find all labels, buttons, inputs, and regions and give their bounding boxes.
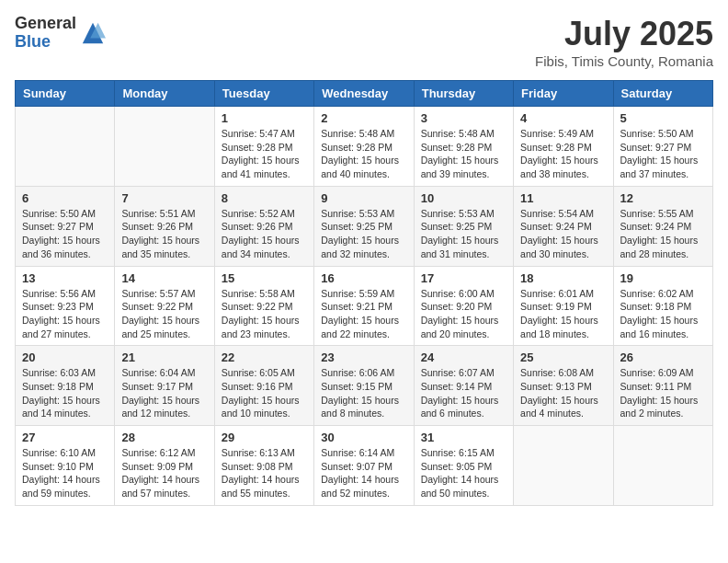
day-number: 19 [620,271,706,285]
cell-info: Sunrise: 6:09 AM Sunset: 9:11 PM Dayligh… [620,366,706,420]
cell-info: Sunrise: 6:04 AM Sunset: 9:17 PM Dayligh… [121,366,207,420]
day-number: 24 [421,350,506,364]
cell-info: Sunrise: 5:47 AM Sunset: 9:28 PM Dayligh… [222,127,307,181]
calendar-week-row: 13Sunrise: 5:56 AM Sunset: 9:23 PM Dayli… [16,266,713,346]
calendar-cell: 24Sunrise: 6:07 AM Sunset: 9:14 PM Dayli… [414,346,513,426]
day-number: 6 [22,191,108,205]
day-number: 13 [22,271,108,285]
weekday-header: Saturday [613,81,712,107]
calendar-cell: 28Sunrise: 6:12 AM Sunset: 9:09 PM Dayli… [115,426,214,506]
calendar-cell: 25Sunrise: 6:08 AM Sunset: 9:13 PM Dayli… [514,346,613,426]
calendar-cell: 23Sunrise: 6:06 AM Sunset: 9:15 PM Dayli… [314,346,414,426]
calendar-week-row: 1Sunrise: 5:47 AM Sunset: 9:28 PM Daylig… [16,107,713,187]
cell-info: Sunrise: 5:51 AM Sunset: 9:26 PM Dayligh… [121,207,207,261]
calendar-cell: 5Sunrise: 5:50 AM Sunset: 9:27 PM Daylig… [613,107,712,187]
day-number: 15 [222,271,307,285]
calendar-cell: 3Sunrise: 5:48 AM Sunset: 9:28 PM Daylig… [414,107,513,187]
weekday-header: Wednesday [314,81,414,107]
calendar-cell: 12Sunrise: 5:55 AM Sunset: 9:24 PM Dayli… [613,186,712,266]
day-number: 29 [222,431,307,444]
day-number: 2 [321,111,406,125]
cell-info: Sunrise: 5:54 AM Sunset: 9:24 PM Dayligh… [520,207,606,261]
cell-info: Sunrise: 5:49 AM Sunset: 9:28 PM Dayligh… [520,127,606,181]
logo: General Blue [15,15,106,52]
cell-info: Sunrise: 5:53 AM Sunset: 9:25 PM Dayligh… [421,207,506,261]
cell-info: Sunrise: 5:58 AM Sunset: 9:22 PM Dayligh… [222,287,307,341]
day-number: 21 [121,350,207,364]
cell-info: Sunrise: 5:57 AM Sunset: 9:22 PM Dayligh… [121,287,207,341]
day-number: 26 [620,350,706,364]
weekday-header: Monday [115,81,214,107]
day-number: 27 [22,431,108,444]
day-number: 31 [421,431,506,444]
cell-info: Sunrise: 5:59 AM Sunset: 9:21 PM Dayligh… [321,287,406,341]
cell-info: Sunrise: 5:50 AM Sunset: 9:27 PM Dayligh… [620,127,706,181]
calendar-week-row: 27Sunrise: 6:10 AM Sunset: 9:10 PM Dayli… [16,426,713,506]
calendar-cell: 21Sunrise: 6:04 AM Sunset: 9:17 PM Dayli… [115,346,214,426]
cell-info: Sunrise: 6:14 AM Sunset: 9:07 PM Dayligh… [321,446,406,500]
calendar-cell: 17Sunrise: 6:00 AM Sunset: 9:20 PM Dayli… [414,266,513,346]
calendar-cell: 29Sunrise: 6:13 AM Sunset: 9:08 PM Dayli… [214,426,313,506]
calendar-cell: 30Sunrise: 6:14 AM Sunset: 9:07 PM Dayli… [314,426,414,506]
day-number: 18 [520,271,606,285]
cell-info: Sunrise: 6:00 AM Sunset: 9:20 PM Dayligh… [421,287,506,341]
calendar-cell: 19Sunrise: 6:02 AM Sunset: 9:18 PM Dayli… [613,266,712,346]
calendar-cell: 9Sunrise: 5:53 AM Sunset: 9:25 PM Daylig… [314,186,414,266]
day-number: 12 [620,191,706,205]
day-number: 25 [520,350,606,364]
cell-info: Sunrise: 6:05 AM Sunset: 9:16 PM Dayligh… [222,366,307,420]
weekday-header: Thursday [414,81,513,107]
calendar-cell: 27Sunrise: 6:10 AM Sunset: 9:10 PM Dayli… [16,426,115,506]
day-number: 17 [421,271,506,285]
month-title: July 2025 [535,15,713,53]
cell-info: Sunrise: 6:13 AM Sunset: 9:08 PM Dayligh… [222,446,307,500]
calendar-table: SundayMondayTuesdayWednesdayThursdayFrid… [15,80,713,506]
calendar-cell: 22Sunrise: 6:05 AM Sunset: 9:16 PM Dayli… [214,346,313,426]
cell-info: Sunrise: 5:53 AM Sunset: 9:25 PM Dayligh… [321,207,406,261]
calendar-week-row: 20Sunrise: 6:03 AM Sunset: 9:18 PM Dayli… [16,346,713,426]
day-number: 16 [321,271,406,285]
weekday-header: Tuesday [214,81,313,107]
cell-info: Sunrise: 6:10 AM Sunset: 9:10 PM Dayligh… [22,446,108,500]
day-number: 10 [421,191,506,205]
page-header: General Blue July 2025 Fibis, Timis Coun… [15,15,713,69]
day-number: 3 [421,111,506,125]
calendar-cell [514,426,613,506]
day-number: 9 [321,191,406,205]
weekday-header: Friday [514,81,613,107]
cell-info: Sunrise: 6:15 AM Sunset: 9:05 PM Dayligh… [421,446,506,500]
day-number: 28 [121,431,207,444]
cell-info: Sunrise: 6:06 AM Sunset: 9:15 PM Dayligh… [321,366,406,420]
day-number: 14 [121,271,207,285]
cell-info: Sunrise: 5:48 AM Sunset: 9:28 PM Dayligh… [421,127,506,181]
cell-info: Sunrise: 6:12 AM Sunset: 9:09 PM Dayligh… [121,446,207,500]
calendar-cell: 2Sunrise: 5:48 AM Sunset: 9:28 PM Daylig… [314,107,414,187]
calendar-cell: 13Sunrise: 5:56 AM Sunset: 9:23 PM Dayli… [16,266,115,346]
calendar-cell: 20Sunrise: 6:03 AM Sunset: 9:18 PM Dayli… [16,346,115,426]
calendar-cell: 10Sunrise: 5:53 AM Sunset: 9:25 PM Dayli… [414,186,513,266]
cell-info: Sunrise: 6:03 AM Sunset: 9:18 PM Dayligh… [22,366,108,420]
calendar-cell: 16Sunrise: 5:59 AM Sunset: 9:21 PM Dayli… [314,266,414,346]
cell-info: Sunrise: 6:07 AM Sunset: 9:14 PM Dayligh… [421,366,506,420]
logo-general: General [15,15,76,33]
logo-blue: Blue [15,33,76,52]
calendar-cell [16,107,115,187]
weekday-header: Sunday [16,81,115,107]
day-number: 20 [22,350,108,364]
day-number: 7 [121,191,207,205]
calendar-cell: 4Sunrise: 5:49 AM Sunset: 9:28 PM Daylig… [514,107,613,187]
cell-info: Sunrise: 5:52 AM Sunset: 9:26 PM Dayligh… [222,207,307,261]
day-number: 5 [620,111,706,125]
cell-info: Sunrise: 5:50 AM Sunset: 9:27 PM Dayligh… [22,207,108,261]
day-number: 30 [321,431,406,444]
cell-info: Sunrise: 5:48 AM Sunset: 9:28 PM Dayligh… [321,127,406,181]
calendar-cell: 7Sunrise: 5:51 AM Sunset: 9:26 PM Daylig… [115,186,214,266]
cell-info: Sunrise: 6:01 AM Sunset: 9:19 PM Dayligh… [520,287,606,341]
cell-info: Sunrise: 5:55 AM Sunset: 9:24 PM Dayligh… [620,207,706,261]
location: Fibis, Timis County, Romania [535,53,713,69]
title-block: July 2025 Fibis, Timis County, Romania [535,15,713,69]
calendar-cell: 14Sunrise: 5:57 AM Sunset: 9:22 PM Dayli… [115,266,214,346]
cell-info: Sunrise: 5:56 AM Sunset: 9:23 PM Dayligh… [22,287,108,341]
cell-info: Sunrise: 6:02 AM Sunset: 9:18 PM Dayligh… [620,287,706,341]
calendar-cell: 18Sunrise: 6:01 AM Sunset: 9:19 PM Dayli… [514,266,613,346]
